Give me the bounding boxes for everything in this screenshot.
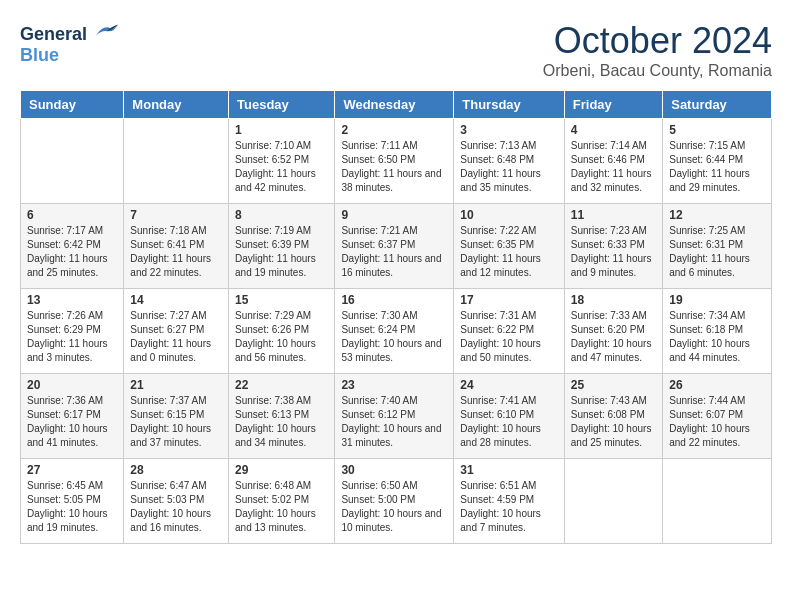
calendar-header-sunday: Sunday	[21, 91, 124, 119]
day-info: Sunrise: 7:34 AM Sunset: 6:18 PM Dayligh…	[669, 309, 765, 365]
day-info: Sunrise: 7:31 AM Sunset: 6:22 PM Dayligh…	[460, 309, 558, 365]
calendar-cell: 10Sunrise: 7:22 AM Sunset: 6:35 PM Dayli…	[454, 204, 565, 289]
day-number: 31	[460, 463, 558, 477]
day-info: Sunrise: 7:14 AM Sunset: 6:46 PM Dayligh…	[571, 139, 656, 195]
calendar-cell: 11Sunrise: 7:23 AM Sunset: 6:33 PM Dayli…	[564, 204, 662, 289]
day-number: 16	[341, 293, 447, 307]
day-number: 23	[341, 378, 447, 392]
day-info: Sunrise: 7:27 AM Sunset: 6:27 PM Dayligh…	[130, 309, 222, 365]
calendar-cell: 8Sunrise: 7:19 AM Sunset: 6:39 PM Daylig…	[229, 204, 335, 289]
day-info: Sunrise: 7:29 AM Sunset: 6:26 PM Dayligh…	[235, 309, 328, 365]
calendar-cell: 28Sunrise: 6:47 AM Sunset: 5:03 PM Dayli…	[124, 459, 229, 544]
day-number: 27	[27, 463, 117, 477]
day-number: 6	[27, 208, 117, 222]
logo-bird-icon	[92, 20, 122, 40]
day-number: 9	[341, 208, 447, 222]
calendar-cell: 6Sunrise: 7:17 AM Sunset: 6:42 PM Daylig…	[21, 204, 124, 289]
calendar-header-row: SundayMondayTuesdayWednesdayThursdayFrid…	[21, 91, 772, 119]
day-info: Sunrise: 7:26 AM Sunset: 6:29 PM Dayligh…	[27, 309, 117, 365]
day-number: 19	[669, 293, 765, 307]
day-info: Sunrise: 7:18 AM Sunset: 6:41 PM Dayligh…	[130, 224, 222, 280]
day-info: Sunrise: 7:30 AM Sunset: 6:24 PM Dayligh…	[341, 309, 447, 365]
day-number: 8	[235, 208, 328, 222]
calendar-cell: 31Sunrise: 6:51 AM Sunset: 4:59 PM Dayli…	[454, 459, 565, 544]
calendar-header-saturday: Saturday	[663, 91, 772, 119]
day-number: 18	[571, 293, 656, 307]
calendar-header-wednesday: Wednesday	[335, 91, 454, 119]
calendar-cell: 21Sunrise: 7:37 AM Sunset: 6:15 PM Dayli…	[124, 374, 229, 459]
day-number: 3	[460, 123, 558, 137]
calendar-header-friday: Friday	[564, 91, 662, 119]
day-number: 10	[460, 208, 558, 222]
day-info: Sunrise: 6:51 AM Sunset: 4:59 PM Dayligh…	[460, 479, 558, 535]
day-info: Sunrise: 7:10 AM Sunset: 6:52 PM Dayligh…	[235, 139, 328, 195]
calendar-title: October 2024	[543, 20, 772, 62]
calendar-table: SundayMondayTuesdayWednesdayThursdayFrid…	[20, 90, 772, 544]
day-info: Sunrise: 7:19 AM Sunset: 6:39 PM Dayligh…	[235, 224, 328, 280]
calendar-week-row: 1Sunrise: 7:10 AM Sunset: 6:52 PM Daylig…	[21, 119, 772, 204]
day-info: Sunrise: 7:11 AM Sunset: 6:50 PM Dayligh…	[341, 139, 447, 195]
day-info: Sunrise: 7:44 AM Sunset: 6:07 PM Dayligh…	[669, 394, 765, 450]
day-number: 12	[669, 208, 765, 222]
calendar-header-thursday: Thursday	[454, 91, 565, 119]
day-info: Sunrise: 7:17 AM Sunset: 6:42 PM Dayligh…	[27, 224, 117, 280]
day-number: 5	[669, 123, 765, 137]
calendar-cell: 26Sunrise: 7:44 AM Sunset: 6:07 PM Dayli…	[663, 374, 772, 459]
calendar-subtitle: Orbeni, Bacau County, Romania	[543, 62, 772, 80]
logo-general-text: General	[20, 24, 87, 44]
day-number: 7	[130, 208, 222, 222]
day-number: 2	[341, 123, 447, 137]
calendar-cell	[663, 459, 772, 544]
calendar-cell: 2Sunrise: 7:11 AM Sunset: 6:50 PM Daylig…	[335, 119, 454, 204]
day-info: Sunrise: 7:37 AM Sunset: 6:15 PM Dayligh…	[130, 394, 222, 450]
day-number: 22	[235, 378, 328, 392]
day-info: Sunrise: 7:43 AM Sunset: 6:08 PM Dayligh…	[571, 394, 656, 450]
day-info: Sunrise: 7:38 AM Sunset: 6:13 PM Dayligh…	[235, 394, 328, 450]
calendar-cell: 17Sunrise: 7:31 AM Sunset: 6:22 PM Dayli…	[454, 289, 565, 374]
day-info: Sunrise: 7:13 AM Sunset: 6:48 PM Dayligh…	[460, 139, 558, 195]
day-info: Sunrise: 7:21 AM Sunset: 6:37 PM Dayligh…	[341, 224, 447, 280]
day-number: 15	[235, 293, 328, 307]
logo-blue-text: Blue	[20, 45, 59, 66]
day-info: Sunrise: 7:22 AM Sunset: 6:35 PM Dayligh…	[460, 224, 558, 280]
calendar-cell: 12Sunrise: 7:25 AM Sunset: 6:31 PM Dayli…	[663, 204, 772, 289]
calendar-week-row: 13Sunrise: 7:26 AM Sunset: 6:29 PM Dayli…	[21, 289, 772, 374]
calendar-cell: 1Sunrise: 7:10 AM Sunset: 6:52 PM Daylig…	[229, 119, 335, 204]
day-number: 4	[571, 123, 656, 137]
day-number: 26	[669, 378, 765, 392]
calendar-cell: 4Sunrise: 7:14 AM Sunset: 6:46 PM Daylig…	[564, 119, 662, 204]
calendar-cell	[564, 459, 662, 544]
calendar-week-row: 6Sunrise: 7:17 AM Sunset: 6:42 PM Daylig…	[21, 204, 772, 289]
calendar-cell: 29Sunrise: 6:48 AM Sunset: 5:02 PM Dayli…	[229, 459, 335, 544]
day-info: Sunrise: 6:45 AM Sunset: 5:05 PM Dayligh…	[27, 479, 117, 535]
calendar-cell: 14Sunrise: 7:27 AM Sunset: 6:27 PM Dayli…	[124, 289, 229, 374]
day-info: Sunrise: 7:25 AM Sunset: 6:31 PM Dayligh…	[669, 224, 765, 280]
calendar-cell: 22Sunrise: 7:38 AM Sunset: 6:13 PM Dayli…	[229, 374, 335, 459]
calendar-cell: 23Sunrise: 7:40 AM Sunset: 6:12 PM Dayli…	[335, 374, 454, 459]
calendar-cell: 15Sunrise: 7:29 AM Sunset: 6:26 PM Dayli…	[229, 289, 335, 374]
logo: General Blue	[20, 20, 122, 66]
day-number: 14	[130, 293, 222, 307]
calendar-cell: 9Sunrise: 7:21 AM Sunset: 6:37 PM Daylig…	[335, 204, 454, 289]
day-number: 1	[235, 123, 328, 137]
day-number: 21	[130, 378, 222, 392]
day-number: 11	[571, 208, 656, 222]
day-info: Sunrise: 7:36 AM Sunset: 6:17 PM Dayligh…	[27, 394, 117, 450]
calendar-cell: 19Sunrise: 7:34 AM Sunset: 6:18 PM Dayli…	[663, 289, 772, 374]
day-number: 20	[27, 378, 117, 392]
calendar-cell: 27Sunrise: 6:45 AM Sunset: 5:05 PM Dayli…	[21, 459, 124, 544]
calendar-cell: 18Sunrise: 7:33 AM Sunset: 6:20 PM Dayli…	[564, 289, 662, 374]
calendar-cell: 30Sunrise: 6:50 AM Sunset: 5:00 PM Dayli…	[335, 459, 454, 544]
calendar-cell: 5Sunrise: 7:15 AM Sunset: 6:44 PM Daylig…	[663, 119, 772, 204]
day-info: Sunrise: 7:15 AM Sunset: 6:44 PM Dayligh…	[669, 139, 765, 195]
calendar-cell: 7Sunrise: 7:18 AM Sunset: 6:41 PM Daylig…	[124, 204, 229, 289]
day-number: 30	[341, 463, 447, 477]
day-info: Sunrise: 7:41 AM Sunset: 6:10 PM Dayligh…	[460, 394, 558, 450]
day-info: Sunrise: 6:47 AM Sunset: 5:03 PM Dayligh…	[130, 479, 222, 535]
day-number: 13	[27, 293, 117, 307]
calendar-week-row: 20Sunrise: 7:36 AM Sunset: 6:17 PM Dayli…	[21, 374, 772, 459]
day-number: 17	[460, 293, 558, 307]
calendar-cell	[124, 119, 229, 204]
page-header: General Blue October 2024 Orbeni, Bacau …	[20, 20, 772, 80]
day-info: Sunrise: 7:40 AM Sunset: 6:12 PM Dayligh…	[341, 394, 447, 450]
